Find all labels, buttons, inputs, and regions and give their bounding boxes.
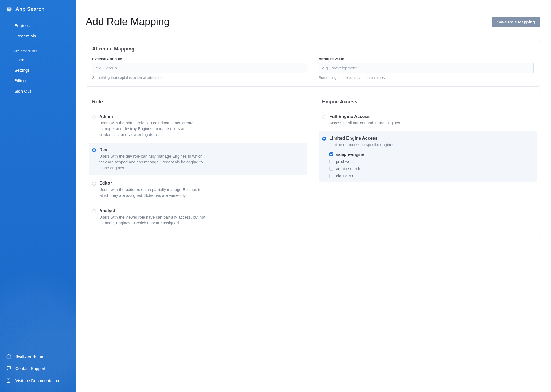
role-panel: Role AdminUsers with the admin role can …	[86, 93, 310, 237]
brand-title: App Search	[15, 6, 45, 12]
access-full-title: Full Engine Access	[329, 114, 534, 119]
role-radio-list: AdminUsers with the admin role can edit …	[89, 110, 307, 230]
attribute-mapping-title: Attribute Mapping	[92, 46, 534, 52]
radio-icon[interactable]	[92, 209, 96, 213]
checkbox-icon[interactable]	[329, 152, 333, 156]
radio-icon[interactable]	[92, 148, 96, 152]
engine-label: sample-engine	[336, 152, 364, 157]
page-title: Add Role Mapping	[86, 16, 170, 28]
nav-item-settings[interactable]: Settings	[0, 65, 76, 76]
access-limited-title: Limited Engine Access	[329, 136, 534, 141]
docs-icon	[6, 378, 12, 383]
role-option-admin[interactable]: AdminUsers with the admin role can edit …	[89, 110, 307, 142]
nav-main-group: Engines Credentials	[0, 18, 76, 44]
page-header: Add Role Mapping Save Role Mapping	[86, 16, 540, 28]
brand: App Search	[0, 0, 76, 18]
role-option-editor[interactable]: EditorUsers with the editor role can par…	[89, 176, 307, 203]
role-option-title: Dev	[99, 147, 303, 152]
radio-icon[interactable]	[322, 115, 326, 119]
external-attribute-label: External Attribute	[92, 57, 307, 61]
engine-access-panel: Engine Access Full Engine Access Access …	[316, 93, 540, 237]
external-attribute-help: Something that explains external attribu…	[92, 76, 307, 80]
access-radio-list: Full Engine Access Access to all current…	[319, 110, 537, 182]
engine-item[interactable]: admin-search	[329, 167, 534, 171]
role-panel-title: Role	[92, 99, 303, 105]
sidebar: App Search Engines Credentials MY ACCOUN…	[0, 0, 76, 392]
nav-item-sign-out[interactable]: Sign Out	[0, 86, 76, 96]
attribute-value-input[interactable]	[319, 63, 534, 73]
attribute-value-label: Attribute Value	[319, 57, 534, 61]
radio-body: Full Engine Access Access to all current…	[329, 114, 534, 126]
footer-contact-support[interactable]: Contact Support	[0, 362, 76, 374]
radio-body: DevUsers with the dev role can fully man…	[99, 147, 303, 171]
nav-item-engines[interactable]: Engines	[0, 20, 76, 31]
role-option-analyst[interactable]: AnalystUsers with the viewer role have c…	[89, 204, 307, 230]
external-attribute-input[interactable]	[92, 63, 307, 73]
attribute-value-help: Something that explains attribute values	[319, 76, 534, 80]
nav-item-credentials[interactable]: Credentials	[0, 31, 76, 41]
two-column-row: Role AdminUsers with the admin role can …	[86, 93, 540, 237]
engine-label: admin-search	[336, 167, 360, 171]
equals-sign: =	[311, 57, 315, 70]
access-option-limited[interactable]: Limited Engine Access Limit user access …	[319, 131, 537, 182]
radio-body: AnalystUsers with the viewer role have c…	[99, 208, 303, 226]
role-option-desc: Users with the admin role can edit docum…	[99, 120, 208, 138]
radio-icon[interactable]	[322, 137, 326, 141]
role-option-desc: Users with the editor role can partially…	[99, 187, 208, 198]
save-role-mapping-button[interactable]: Save Role Mapping	[492, 17, 540, 27]
role-option-title: Admin	[99, 114, 303, 119]
nav-account-group: MY ACCOUNT Users Settings Billing Sign O…	[0, 44, 76, 99]
attribute-value-col: Attribute Value Something that explains …	[319, 57, 534, 80]
role-option-desc: Users with the viewer role have can part…	[99, 214, 208, 226]
app-search-box-icon	[6, 6, 12, 12]
role-option-desc: Users with the dev role can fully manage…	[99, 154, 208, 171]
attribute-row: External Attribute Something that explai…	[92, 57, 534, 80]
footer-documentation[interactable]: Visit the Documentation	[0, 374, 76, 386]
access-limited-desc: Limit user access to specific engines:	[329, 142, 438, 148]
chat-icon	[6, 366, 12, 371]
external-attribute-col: External Attribute Something that explai…	[92, 57, 307, 80]
engine-item[interactable]: elastic-co	[329, 174, 534, 178]
radio-body: EditorUsers with the editor role can par…	[99, 181, 303, 198]
svg-rect-0	[7, 378, 10, 383]
engine-label: prod-west	[336, 159, 354, 164]
engine-list: sample-engineprod-westadmin-searchelasti…	[329, 152, 534, 178]
main-content: Add Role Mapping Save Role Mapping Attri…	[76, 0, 550, 392]
engine-access-title: Engine Access	[322, 99, 534, 105]
radio-icon[interactable]	[92, 115, 96, 119]
role-option-title: Analyst	[99, 208, 303, 213]
access-option-full[interactable]: Full Engine Access Access to all current…	[319, 110, 537, 130]
attribute-mapping-panel: Attribute Mapping External Attribute Som…	[86, 40, 540, 87]
home-icon	[6, 353, 12, 359]
checkbox-icon[interactable]	[329, 174, 333, 178]
nav-item-billing[interactable]: Billing	[0, 76, 76, 86]
nav-item-users[interactable]: Users	[0, 55, 76, 65]
engine-item[interactable]: prod-west	[329, 159, 534, 164]
radio-body: Limited Engine Access Limit user access …	[329, 136, 534, 178]
role-option-title: Editor	[99, 181, 303, 186]
footer-label: Visit the Documentation	[15, 378, 59, 383]
engine-item[interactable]: sample-engine	[329, 152, 534, 157]
engine-label: elastic-co	[336, 174, 353, 178]
checkbox-icon[interactable]	[329, 160, 333, 163]
nav-account-label: MY ACCOUNT	[0, 46, 76, 55]
role-option-dev[interactable]: DevUsers with the dev role can fully man…	[89, 143, 307, 175]
checkbox-icon[interactable]	[329, 167, 333, 171]
footer-label: Contact Support	[15, 366, 45, 371]
footer-label: Swiftype Home	[15, 354, 43, 359]
sidebar-footer: Swiftype Home Contact Support Visit the …	[0, 346, 76, 392]
access-full-desc: Access to all current and future Engines…	[329, 120, 438, 126]
radio-icon[interactable]	[92, 182, 96, 186]
radio-body: AdminUsers with the admin role can edit …	[99, 114, 303, 138]
footer-swiftype-home[interactable]: Swiftype Home	[0, 350, 76, 362]
